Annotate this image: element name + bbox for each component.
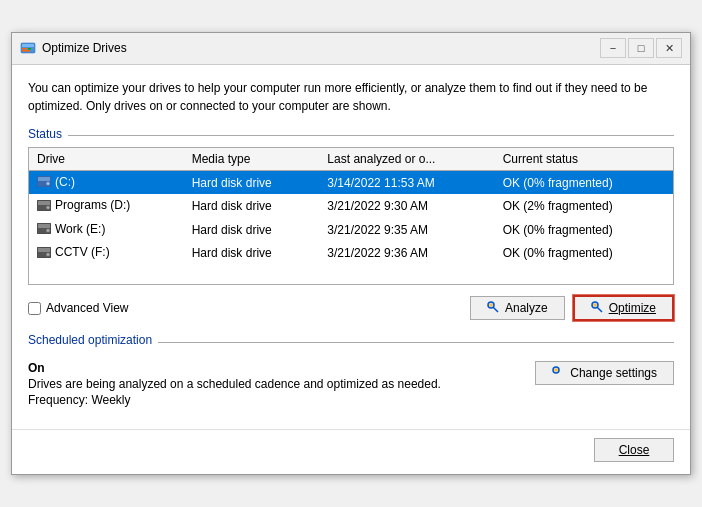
bottom-bar: Advanced View Analyze Optimize	[28, 295, 674, 329]
analyze-icon	[487, 301, 501, 315]
analyze-button[interactable]: Analyze	[470, 296, 565, 320]
table-row[interactable]: (C:) Hard disk drive 3/14/2022 11:53 AM …	[29, 170, 674, 194]
drive-cell: Work (E:)	[29, 218, 184, 242]
analyzed-cell: 3/21/2022 9:30 AM	[319, 194, 494, 218]
advanced-view-label[interactable]: Advanced View	[28, 301, 462, 315]
analyzed-cell: 3/14/2022 11:53 AM	[319, 170, 494, 194]
svg-point-16	[47, 253, 50, 256]
optimize-icon	[591, 301, 605, 315]
restore-button[interactable]: □	[628, 38, 654, 58]
scheduled-label: Scheduled optimization	[28, 333, 152, 347]
advanced-view-text: Advanced View	[46, 301, 129, 315]
hdd-icon	[37, 223, 51, 234]
frequency-value: Weekly	[91, 393, 130, 407]
minimize-button[interactable]: −	[600, 38, 626, 58]
scheduled-frequency: Frequency: Weekly	[28, 393, 535, 407]
scheduled-description: Drives are being analyzed on a scheduled…	[28, 377, 535, 391]
close-window-button[interactable]: ✕	[656, 38, 682, 58]
media-cell: Hard disk drive	[184, 170, 320, 194]
footer: Close	[12, 429, 690, 474]
svg-rect-1	[22, 44, 34, 47]
window-controls: − □ ✕	[600, 38, 682, 58]
media-cell: Hard disk drive	[184, 218, 320, 242]
svg-rect-6	[38, 177, 50, 181]
table-row[interactable]: Programs (D:) Hard disk drive 3/21/2022 …	[29, 194, 674, 218]
scheduled-status: On	[28, 361, 535, 375]
status-cell: OK (0% fragmented)	[495, 170, 674, 194]
table-row[interactable]: Work (E:) Hard disk drive 3/21/2022 9:35…	[29, 218, 674, 242]
svg-point-10	[47, 206, 50, 209]
svg-rect-4	[22, 50, 30, 52]
drive-cell: (C:)	[29, 170, 184, 194]
analyzed-cell: 3/21/2022 9:35 AM	[319, 218, 494, 242]
hdd-icon	[37, 176, 51, 187]
drive-cell: Programs (D:)	[29, 194, 184, 218]
scheduled-section: Scheduled optimization On Drives are bei…	[28, 333, 674, 407]
main-content: You can optimize your drives to help you…	[12, 65, 690, 422]
col-status: Current status	[495, 147, 674, 170]
status-cell: OK (0% fragmented)	[495, 218, 674, 242]
hdd-icon	[37, 247, 51, 258]
status-cell: OK (0% fragmented)	[495, 241, 674, 265]
hdd-icon	[37, 200, 51, 211]
svg-point-13	[47, 229, 50, 232]
scheduled-text: On Drives are being analyzed on a schedu…	[28, 361, 535, 407]
status-section: Status Drive Media type Last analyzed or…	[28, 127, 674, 286]
svg-rect-3	[28, 48, 31, 50]
drives-table: Drive Media type Last analyzed or o... C…	[28, 147, 674, 286]
analyzed-cell: 3/21/2022 9:36 AM	[319, 241, 494, 265]
optimize-drives-window: Optimize Drives − □ ✕ You can optimize y…	[11, 32, 691, 476]
window-title: Optimize Drives	[42, 41, 600, 55]
media-cell: Hard disk drive	[184, 194, 320, 218]
change-settings-icon	[552, 366, 566, 380]
advanced-view-checkbox[interactable]	[28, 302, 41, 315]
svg-rect-12	[38, 224, 50, 228]
svg-rect-15	[38, 248, 50, 252]
title-bar: Optimize Drives − □ ✕	[12, 33, 690, 65]
media-cell: Hard disk drive	[184, 241, 320, 265]
window-icon	[20, 40, 36, 56]
col-drive: Drive	[29, 147, 184, 170]
status-label: Status	[28, 127, 62, 141]
scheduled-content: On Drives are being analyzed on a schedu…	[28, 355, 674, 407]
status-cell: OK (2% fragmented)	[495, 194, 674, 218]
change-settings-button[interactable]: Change settings	[535, 361, 674, 385]
col-analyzed: Last analyzed or o...	[319, 147, 494, 170]
svg-rect-2	[22, 48, 27, 50]
table-row[interactable]: CCTV (F:) Hard disk drive 3/21/2022 9:36…	[29, 241, 674, 265]
optimize-button[interactable]: Optimize	[573, 295, 674, 321]
close-button[interactable]: Close	[594, 438, 674, 462]
svg-rect-9	[38, 201, 50, 205]
drive-cell: CCTV (F:)	[29, 241, 184, 265]
svg-point-7	[47, 182, 50, 185]
col-media: Media type	[184, 147, 320, 170]
description-text: You can optimize your drives to help you…	[28, 79, 674, 115]
